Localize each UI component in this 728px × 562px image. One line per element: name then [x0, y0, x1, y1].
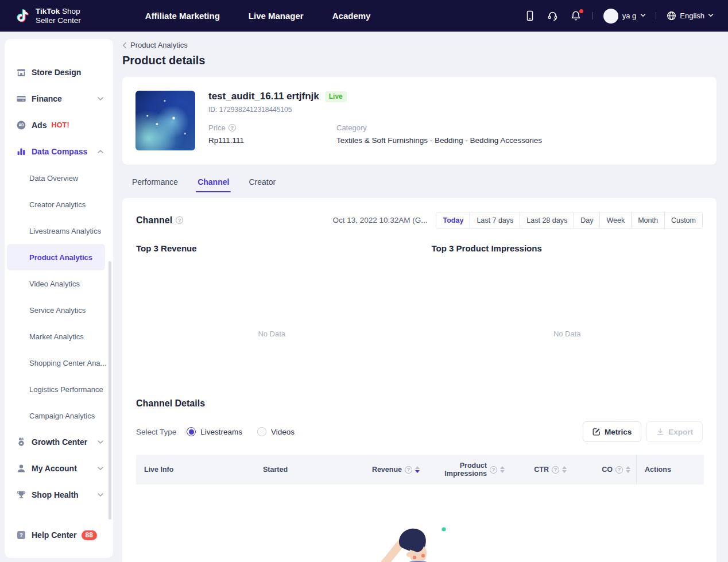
- sidebar-subitem-product-analytics[interactable]: Product Analytics: [7, 244, 105, 270]
- chevron-down-icon: [97, 466, 104, 471]
- sort-ctr[interactable]: [562, 466, 567, 474]
- sidebar-item-store-design[interactable]: Store Design: [5, 59, 113, 86]
- range-last-7-days[interactable]: Last 7 days: [470, 212, 520, 228]
- category-label: Category: [336, 123, 367, 132]
- sidebar-item-finance[interactable]: Finance: [5, 86, 113, 112]
- chevron-up-icon: [97, 149, 104, 154]
- sidebar-subitem-livestreams-analytics[interactable]: Livestreams Analytics: [5, 218, 113, 244]
- trophy-icon: [16, 490, 26, 500]
- col-live-info: Live Info: [136, 455, 257, 485]
- export-button[interactable]: Export: [646, 421, 703, 442]
- info-icon[interactable]: [176, 216, 183, 224]
- sort-revenue[interactable]: [415, 466, 420, 474]
- divider: [593, 12, 593, 20]
- sidebar-item-shop-health[interactable]: Shop Health: [5, 482, 113, 508]
- chart-top3-product-impressions: Top 3 Product Impressions No Data: [432, 243, 703, 388]
- range-day[interactable]: Day: [574, 212, 599, 228]
- range-custom[interactable]: Custom: [664, 212, 702, 228]
- range-last-28-days[interactable]: Last 28 days: [520, 212, 574, 228]
- breadcrumb-label: Product Analytics: [130, 41, 188, 49]
- chart-title: Top 3 Revenue: [136, 243, 408, 253]
- sidebar-subitem-video-analytics[interactable]: Video Analytics: [5, 270, 113, 297]
- brand-text: TikTok Shop Seller Center: [36, 7, 81, 25]
- chart-title: Top 3 Product Impressions: [432, 243, 703, 253]
- language-selector[interactable]: English: [667, 11, 713, 21]
- info-icon[interactable]: [615, 466, 623, 474]
- channel-section-title: Channel: [136, 215, 183, 226]
- col-revenue: Revenue: [342, 455, 422, 485]
- tab-performance[interactable]: Performance: [132, 173, 178, 192]
- radio-livestreams[interactable]: Livestreams: [187, 427, 242, 436]
- sidebar-item-help-center[interactable]: ? Help Center 88: [5, 522, 113, 548]
- credit-card-icon: [16, 94, 26, 104]
- chart-top3-revenue: Top 3 Revenue No Data: [136, 243, 408, 388]
- sidebar-subitem-shopping-center-analytics[interactable]: Shopping Center Ana...: [5, 350, 113, 376]
- breadcrumb[interactable]: Product Analytics: [122, 41, 188, 49]
- col-started: Started: [257, 455, 342, 485]
- channel-panel: Channel Oct 13, 2022 10:32AM (G... Today…: [122, 198, 717, 562]
- info-icon[interactable]: [229, 124, 236, 131]
- info-icon[interactable]: [552, 466, 559, 474]
- radio-videos[interactable]: Videos: [257, 427, 295, 436]
- sidebar-subitem-creator-analytics[interactable]: Creator Analytics: [5, 191, 113, 218]
- tab-creator[interactable]: Creator: [249, 173, 276, 192]
- col-ctr: CTR: [507, 455, 569, 485]
- sort-co[interactable]: [626, 466, 630, 474]
- support-headset-icon[interactable]: [547, 10, 559, 22]
- top-navbar: TikTok Shop Seller Center Affiliate Mark…: [0, 0, 728, 32]
- price-value: Rp111.111: [208, 136, 336, 145]
- table-body-empty: [136, 485, 704, 562]
- svg-text:AD: AD: [18, 123, 24, 127]
- sidebar-subitem-market-analytics[interactable]: Market Analytics: [5, 323, 113, 350]
- range-month[interactable]: Month: [631, 212, 664, 228]
- product-name: test_audit_16.11 ertjfnjk: [208, 91, 319, 102]
- sidebar-subitem-logistics-performance[interactable]: Logistics Performance: [5, 376, 113, 402]
- live-status-badge: Live: [325, 91, 347, 102]
- info-icon[interactable]: [490, 466, 497, 474]
- tiktok-note-icon: [15, 7, 30, 25]
- navbar-right: ya g English: [524, 9, 713, 24]
- notifications-bell-icon[interactable]: [570, 10, 582, 22]
- sidebar-item-ads[interactable]: AD Ads HOT!: [5, 112, 113, 138]
- channel-details-title: Channel Details: [136, 398, 703, 409]
- info-icon[interactable]: [405, 466, 412, 474]
- tiktok-logo[interactable]: TikTok Shop Seller Center: [15, 7, 81, 25]
- user-menu[interactable]: ya g: [603, 9, 646, 24]
- bar-chart-icon: [16, 146, 26, 157]
- range-week[interactable]: Week: [599, 212, 631, 228]
- main-nav: Affiliate Marketing Live Manager Academy: [145, 11, 371, 21]
- col-product-impressions: Product Impressions: [422, 455, 507, 485]
- help-icon: ?: [16, 530, 26, 540]
- notification-dot: [579, 9, 583, 13]
- chevron-down-icon: [708, 13, 713, 18]
- sidebar-item-my-account[interactable]: My Account: [5, 455, 113, 482]
- medal-icon: [16, 437, 26, 447]
- col-actions: Actions: [636, 455, 704, 485]
- mobile-app-icon[interactable]: [524, 10, 536, 22]
- person-icon: [16, 463, 26, 474]
- sidebar-subitem-data-overview[interactable]: Data Overview: [5, 165, 113, 191]
- sidebar-item-data-compass[interactable]: Data Compass: [5, 138, 113, 165]
- sidebar-subitem-service-analytics[interactable]: Service Analytics: [5, 297, 113, 323]
- tab-channel[interactable]: Channel: [198, 173, 229, 192]
- category-value: Textiles & Soft Furnishings - Bedding - …: [336, 136, 542, 145]
- nav-academy[interactable]: Academy: [332, 11, 371, 21]
- sort-product-impressions[interactable]: [500, 466, 505, 474]
- no-data-text: No Data: [136, 330, 408, 338]
- no-data-text: No Data: [432, 330, 703, 338]
- table-header: Live Info Started Revenue Product Impres…: [136, 455, 704, 485]
- language-label: English: [680, 11, 704, 20]
- svg-text:?: ?: [20, 532, 23, 538]
- chevron-down-icon: [97, 440, 104, 444]
- radio-icon: [187, 427, 196, 436]
- metrics-button[interactable]: Metrics: [583, 421, 641, 442]
- sidebar-subitem-campaign-analytics[interactable]: Campaign Analytics: [5, 402, 113, 429]
- sidebar-item-growth-center[interactable]: Growth Center: [5, 429, 113, 455]
- nav-affiliate-marketing[interactable]: Affiliate Marketing: [145, 11, 220, 21]
- product-price-block: Price Rp111.111: [208, 123, 336, 145]
- range-today[interactable]: Today: [436, 212, 470, 228]
- sidebar-scrollbar[interactable]: [109, 261, 111, 520]
- nav-live-manager[interactable]: Live Manager: [249, 11, 304, 21]
- download-icon: [656, 428, 664, 436]
- date-range-group: Today Last 7 days Last 28 days Day Week …: [436, 212, 703, 228]
